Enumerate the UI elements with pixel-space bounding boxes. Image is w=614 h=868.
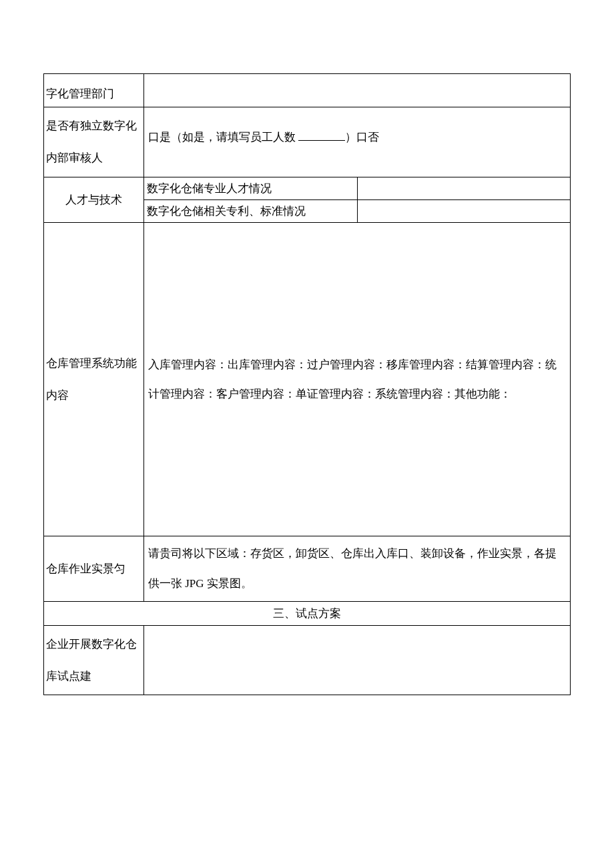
row-section-3-header: 三、试点方案 [44, 601, 571, 625]
label-pilot-plan: 企业开展数字化仓库试点建 [44, 625, 144, 695]
row-pilot-plan: 企业开展数字化仓库试点建 [44, 625, 571, 695]
label-management-dept-text: 字化管理部门 [46, 87, 114, 100]
label-warehouse-photos: 仓库作业实景匀 [44, 536, 144, 601]
label-talent-tech: 人才与技术 [44, 177, 144, 223]
value-talent-status [357, 177, 571, 200]
value-management-dept [144, 74, 571, 107]
employee-count-blank[interactable] [298, 129, 345, 141]
option-yes-prefix: 口是（如是，请填写员工人数 [148, 131, 298, 143]
label-management-dept: 字化管理部门 [44, 74, 144, 107]
value-warehouse-photos-text: 请贵司将以下区域：存货区，卸货区、仓库出入库口、装卸设备，作业实景，各提供一张 … [148, 547, 557, 589]
value-wms-functions-text: 入库管理内容：出库管理内容：过户管理内容：移库管理内容：结算管理内容：统计管理内… [148, 358, 557, 400]
label-independent-auditor: 是否有独立数字化内部审核人 [44, 107, 144, 177]
value-pilot-plan [144, 625, 571, 695]
option-yes-suffix: ）口否 [345, 131, 379, 143]
form-table: 字化管理部门 是否有独立数字化内部审核人 口是（如是，请填写员工人数 ）口否 人… [43, 73, 571, 695]
row-wms-functions: 仓库管理系统功能内容 入库管理内容：出库管理内容：过户管理内容：移库管理内容：结… [44, 223, 571, 536]
label-pilot-plan-text: 企业开展数字化仓库试点建 [46, 638, 137, 683]
section-3-title-text: 三、试点方案 [273, 607, 341, 620]
row-management-dept: 字化管理部门 [44, 74, 571, 107]
sublabel-patent-status: 数字化仓储相关专利、标准情况 [144, 200, 358, 223]
value-wms-functions: 入库管理内容：出库管理内容：过户管理内容：移库管理内容：结算管理内容：统计管理内… [144, 223, 571, 536]
row-independent-auditor: 是否有独立数字化内部审核人 口是（如是，请填写员工人数 ）口否 [44, 107, 571, 177]
row-talent-tech-1: 人才与技术 数字化仓储专业人才情况 [44, 177, 571, 200]
value-independent-auditor: 口是（如是，请填写员工人数 ）口否 [144, 107, 571, 177]
label-wms-functions: 仓库管理系统功能内容 [44, 223, 144, 536]
label-independent-auditor-text: 是否有独立数字化内部审核人 [46, 119, 137, 164]
sublabel-talent-status-text: 数字化仓储专业人才情况 [147, 182, 272, 195]
label-warehouse-photos-text: 仓库作业实景匀 [46, 562, 125, 575]
label-talent-tech-text: 人才与技术 [65, 193, 122, 206]
label-wms-functions-text: 仓库管理系统功能内容 [46, 357, 137, 402]
section-3-title: 三、试点方案 [44, 601, 571, 625]
value-warehouse-photos: 请贵司将以下区域：存货区，卸货区、仓库出入库口、装卸设备，作业实景，各提供一张 … [144, 536, 571, 601]
sublabel-patent-status-text: 数字化仓储相关专利、标准情况 [147, 205, 306, 218]
sublabel-talent-status: 数字化仓储专业人才情况 [144, 177, 358, 200]
value-patent-status [357, 200, 571, 223]
row-warehouse-photos: 仓库作业实景匀 请贵司将以下区域：存货区，卸货区、仓库出入库口、装卸设备，作业实… [44, 536, 571, 601]
